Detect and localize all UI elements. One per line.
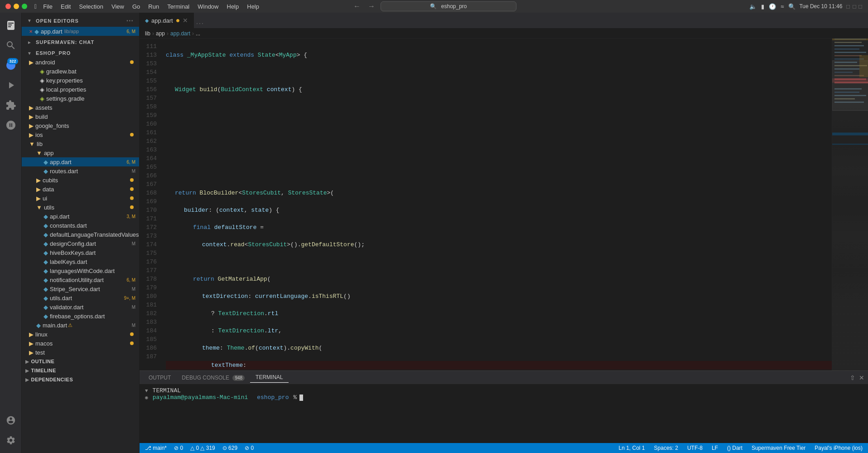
folder-app[interactable]: ▼ app — [22, 148, 139, 157]
data-dot — [130, 187, 134, 191]
folder-cubits[interactable]: ▶ cubits — [22, 175, 139, 185]
folder-build[interactable]: ▶ build — [22, 112, 139, 121]
menu-file[interactable]: Edit — [57, 2, 74, 11]
back-button[interactable]: ← — [352, 1, 362, 11]
folder-utils[interactable]: ▼ utils — [22, 203, 139, 212]
file-utils-dart[interactable]: ◆ utils.dart 9+, M — [22, 293, 139, 302]
system-time: Tue Dec 10 11:46 — [799, 3, 842, 10]
file-firebase[interactable]: ◆ firebase_options.dart — [22, 312, 139, 321]
file-key-properties[interactable]: ◈ key.properties — [22, 76, 139, 85]
file-routes-dart[interactable]: ◆ routes.dart M — [22, 166, 139, 175]
macos-folder-icon: ▶ — [29, 340, 34, 347]
tab-app-dart[interactable]: ◆ app.dart ● ✕ — [140, 13, 194, 28]
info-count[interactable]: ⊙ 629 — [221, 445, 239, 451]
code-editor[interactable]: 111 113 153 154 155 156 157 158 159 160 — [140, 39, 868, 370]
panel-close-icon[interactable]: ✕ — [859, 374, 864, 381]
supermaven-status[interactable]: Supermaven Free Tier — [750, 445, 807, 451]
open-editors-header[interactable]: ▼ OPEN EDITORS ⋯ — [22, 13, 139, 27]
folder-android[interactable]: ▶ android — [22, 58, 139, 67]
folder-test[interactable]: ▶ test — [22, 348, 139, 357]
file-label-keys[interactable]: ◆ labelKeys.dart — [22, 257, 139, 266]
language-mode[interactable]: () Dart — [725, 445, 744, 451]
menu-view[interactable]: Go — [129, 2, 144, 11]
file-hive-box-keys[interactable]: ◆ hiveBoxKeys.dart — [22, 248, 139, 257]
settings-icon[interactable] — [2, 431, 20, 449]
file-notification[interactable]: ◆ notificationUtility.dart 6, M — [22, 275, 139, 284]
menu-run[interactable]: Terminal — [164, 2, 193, 11]
breadcrumb-symbol[interactable]: ... — [196, 30, 200, 37]
explorer-icon[interactable] — [2, 16, 20, 34]
file-stripe[interactable]: ◆ Stripe_Service.dart M — [22, 284, 139, 293]
panel-content[interactable]: ▼ TERMINAL ◉ payalmam@payalmams-Mac-mini… — [140, 385, 868, 443]
menu-edit[interactable]: Selection — [75, 2, 106, 11]
folder-linux[interactable]: ▶ linux — [22, 330, 139, 339]
file-constants-dart[interactable]: ◆ constants.dart — [22, 221, 139, 230]
device-name[interactable]: Payal's iPhone (ios) — [813, 445, 864, 451]
folder-ui[interactable]: ▶ ui — [22, 194, 139, 203]
run-debug-icon[interactable] — [2, 76, 20, 94]
folder-data[interactable]: ▶ data — [22, 185, 139, 194]
maximize-button[interactable] — [22, 4, 27, 9]
breadcrumb-file[interactable]: app.dart — [170, 30, 190, 37]
errors-count[interactable]: ⊘ 0 — [172, 445, 185, 451]
open-editors-dots[interactable]: ⋯ — [126, 16, 134, 25]
forward-button[interactable]: → — [366, 1, 377, 11]
close-button[interactable] — [5, 4, 11, 9]
cubits-folder-icon: ▶ — [36, 177, 41, 184]
volume-icon: 🔈 — [749, 3, 757, 10]
file-languages[interactable]: ◆ languagesWithCode.dart — [22, 266, 139, 275]
project-header[interactable]: ▼ ESHOP_PRO — [22, 47, 139, 58]
folder-ios[interactable]: ▶ ios — [22, 130, 139, 139]
supermaven-icon[interactable]: 322 — [2, 56, 20, 74]
tab-terminal[interactable]: TERMINAL — [250, 372, 289, 383]
file-default-lang[interactable]: ◆ defaultLanguageTranslatedValues.dart M — [22, 230, 139, 239]
open-editor-item[interactable]: ✕ ◆ app.dart lib/app 6, M — [22, 27, 139, 36]
file-design-config[interactable]: ◆ designConfig.dart M — [22, 239, 139, 248]
tab-output[interactable]: OUTPUT — [143, 373, 176, 383]
breadcrumb-lib[interactable]: lib — [145, 30, 150, 37]
encoding[interactable]: UTF-8 — [685, 445, 704, 451]
supermaven-chat-header[interactable]: ► SUPERMAVEN: CHAT — [22, 36, 139, 47]
timeline-header[interactable]: ▶ TIMELINE — [22, 366, 139, 375]
folder-google-fonts[interactable]: ▶ google_fonts — [22, 121, 139, 130]
project-chevron: ▼ — [27, 51, 32, 56]
close-icon[interactable]: ✕ — [29, 29, 33, 34]
panel-expand-icon[interactable]: ⇧ — [850, 374, 855, 381]
git-branch[interactable]: ⎇ main* — [143, 445, 169, 451]
menu-bar:  File Edit Selection View Go Run Termin… — [34, 2, 263, 11]
warnings-count[interactable]: △ 0 △ 319 — [188, 445, 217, 451]
folder-macos[interactable]: ▶ macos — [22, 339, 139, 348]
extensions-icon[interactable] — [2, 96, 20, 114]
minimize-button[interactable] — [14, 4, 19, 9]
dependencies-header[interactable]: ▶ DEPENDENCIES — [22, 375, 139, 384]
file-main-dart[interactable]: ◆ main.dart ⚠ M — [22, 321, 139, 330]
file-settings-gradle[interactable]: ◈ settings.gradle — [22, 94, 139, 103]
file-app-dart[interactable]: ◆ app.dart 6, M — [22, 157, 139, 166]
menu-go[interactable]: Run — [145, 2, 163, 11]
search-icon[interactable]: 🔍 — [788, 3, 796, 10]
code-content[interactable]: class _MyAppState extends State<MyApp> {… — [162, 39, 832, 370]
folder-lib[interactable]: ▼ lib — [22, 139, 139, 148]
file-local-properties[interactable]: ◈ local.properties — [22, 85, 139, 94]
tab-close-button[interactable]: ✕ — [183, 17, 188, 24]
cursor-position[interactable]: Ln 1, Col 1 — [617, 445, 646, 451]
file-gradlew[interactable]: ◈ gradlew.bat — [22, 67, 139, 76]
global-search[interactable]: 🔍 eshop_pro — [381, 1, 516, 11]
menu-window[interactable]: Help — [223, 2, 243, 11]
file-validator[interactable]: ◆ validator.dart M — [22, 302, 139, 312]
outline-header[interactable]: ▶ OUTLINE — [22, 357, 139, 366]
git-icon[interactable] — [2, 116, 20, 134]
indent-spaces[interactable]: Spaces: 2 — [652, 445, 680, 451]
folder-assets[interactable]: ▶ assets — [22, 103, 139, 112]
menu-selection[interactable]: View — [108, 2, 128, 11]
menu-terminal[interactable]: Window — [194, 2, 222, 11]
menu-code[interactable]: File — [39, 2, 56, 11]
tab-debug-console[interactable]: DEBUG CONSOLE 948 — [176, 373, 250, 383]
no-problems[interactable]: ⊘ 0 — [243, 445, 256, 451]
search-sidebar-icon[interactable] — [2, 36, 20, 54]
line-ending[interactable]: LF — [710, 445, 720, 451]
file-api-dart[interactable]: ◆ api.dart 3, M — [22, 212, 139, 221]
menu-help[interactable]: Help — [243, 2, 263, 11]
account-icon[interactable] — [2, 411, 20, 429]
breadcrumb-app[interactable]: app — [156, 30, 165, 37]
